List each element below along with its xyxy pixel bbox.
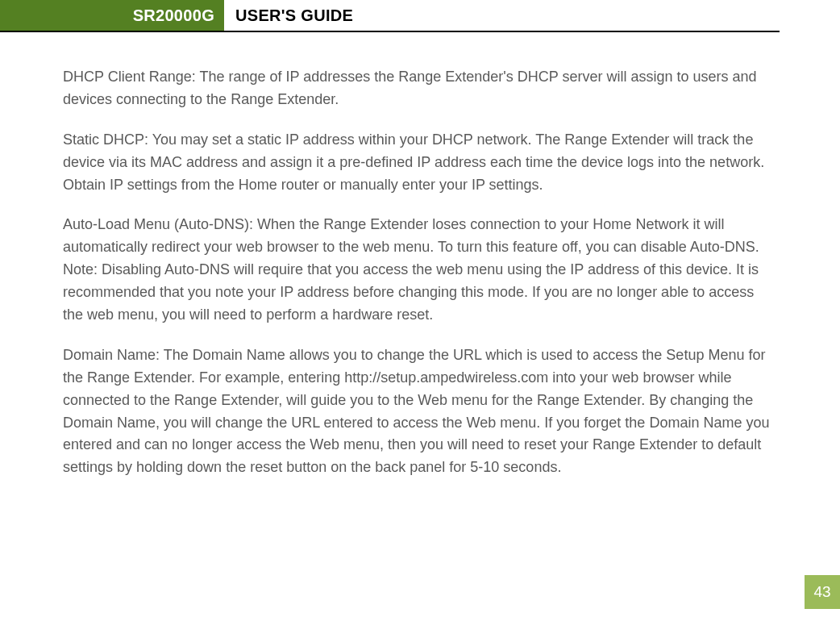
- document-title: USER'S GUIDE: [224, 0, 353, 31]
- paragraph-dhcp-client-range: DHCP Client Range: The range of IP addre…: [63, 66, 777, 111]
- document-title-text: USER'S GUIDE: [235, 6, 353, 25]
- page-number: 43: [813, 583, 830, 601]
- document-body: DHCP Client Range: The range of IP addre…: [0, 32, 840, 479]
- document-header: SR20000G USER'S GUIDE: [0, 0, 780, 32]
- product-model: SR20000G: [133, 6, 214, 25]
- paragraph-static-dhcp: Static DHCP: You may set a static IP add…: [63, 129, 777, 197]
- paragraph-auto-load-menu: Auto-Load Menu (Auto-DNS): When the Rang…: [63, 214, 777, 326]
- paragraph-domain-name: Domain Name: The Domain Name allows you …: [63, 344, 777, 479]
- product-model-badge: SR20000G: [0, 0, 224, 31]
- page-number-badge: 43: [805, 575, 840, 609]
